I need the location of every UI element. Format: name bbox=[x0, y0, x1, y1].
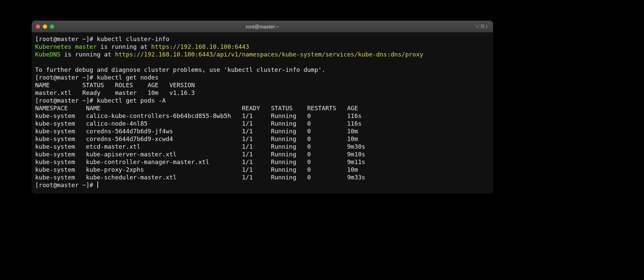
window-controls bbox=[32, 24, 54, 29]
prompt: [root@master ~]# bbox=[35, 74, 97, 81]
terminal-body[interactable]: [root@master ~]# kubectl cluster-info Ku… bbox=[32, 32, 493, 193]
output-text: KubeDNS bbox=[35, 51, 61, 58]
output-text: Kubernetes master bbox=[35, 43, 97, 50]
table-row: kube-system coredns-5644d7b6d9-xcwd4 1/1… bbox=[35, 135, 358, 142]
close-icon[interactable] bbox=[36, 24, 40, 29]
prompt: [root@master ~]# bbox=[35, 35, 97, 42]
output-url: https://192.168.10.100:6443/api/v1/names… bbox=[115, 51, 423, 58]
shortcut-hint: ⌥⌘1 bbox=[474, 23, 493, 29]
prompt: [root@master ~]# bbox=[35, 97, 97, 104]
output-url: https://192.168.10.100:6443 bbox=[151, 43, 249, 50]
command: kubectl cluster-info bbox=[97, 35, 169, 42]
minimize-icon[interactable] bbox=[43, 24, 47, 29]
cursor-icon bbox=[97, 181, 98, 188]
table-header: NAME STATUS ROLES AGE VERSION bbox=[35, 82, 195, 89]
table-row: kube-system etcd-master.xtl 1/1 Running … bbox=[35, 143, 365, 150]
terminal-window: root@master:~ ⌥⌘1 [root@master ~]# kubec… bbox=[32, 21, 493, 193]
table-row: kube-system kube-proxy-2xphs 1/1 Running… bbox=[35, 166, 358, 173]
command: kubectl get pods -A bbox=[97, 97, 166, 104]
output-text: To further debug and diagnose cluster pr… bbox=[35, 66, 325, 73]
command: kubectl get nodes bbox=[97, 74, 158, 81]
table-row: kube-system coredns-5644d7b6d9-jf4ws 1/1… bbox=[35, 128, 358, 135]
output-text: is running at bbox=[61, 51, 115, 58]
zoom-icon[interactable] bbox=[50, 24, 54, 29]
titlebar: root@master:~ ⌥⌘1 bbox=[32, 21, 493, 32]
table-row: kube-system calico-kube-controllers-6b64… bbox=[35, 112, 361, 119]
table-row: kube-system kube-controller-manager-mast… bbox=[35, 158, 365, 165]
table-row: kube-system kube-apiserver-master.xtl 1/… bbox=[35, 151, 365, 158]
output-text: is running at bbox=[97, 43, 151, 50]
prompt: [root@master ~]# bbox=[35, 181, 97, 188]
table-row: master.xtl Ready master 10m v1.16.3 bbox=[35, 89, 195, 96]
window-title: root@master:~ bbox=[32, 24, 493, 29]
table-row: kube-system kube-scheduler-master.xtl 1/… bbox=[35, 174, 365, 181]
table-row: kube-system calico-node-4nl85 1/1 Runnin… bbox=[35, 120, 361, 127]
table-header: NAMESPACE NAME READY STATUS RESTARTS AGE bbox=[35, 105, 358, 112]
